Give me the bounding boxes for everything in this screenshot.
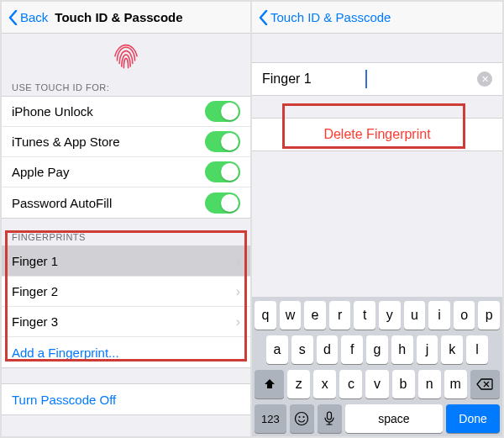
- key-space[interactable]: space: [345, 404, 443, 433]
- nav-bar: Touch ID & Passcode: [252, 2, 502, 34]
- svg-point-1: [299, 416, 301, 418]
- key-numbers[interactable]: 123: [255, 404, 286, 433]
- row-label: Add a Fingerprint...: [12, 346, 119, 360]
- touch-id-settings-pane: Back Touch ID & Passcode USE TOUCH ID FO…: [2, 2, 252, 436]
- key-c[interactable]: c: [339, 370, 362, 398]
- delete-fingerprint-label: Delete Fingerprint: [323, 127, 430, 142]
- key-w[interactable]: w: [280, 301, 302, 330]
- fingerprints-group: Finger 1 › Finger 2 › Finger 3 › Add a F…: [2, 245, 250, 368]
- keyboard-row-2: a s d f g h j k l: [255, 335, 500, 364]
- nav-title: Touch ID & Passcode: [55, 10, 182, 24]
- key-g[interactable]: g: [366, 335, 388, 364]
- row-add-fingerprint[interactable]: Add a Fingerprint...: [2, 337, 250, 367]
- clear-text-icon[interactable]: ✕: [477, 71, 492, 87]
- key-u[interactable]: u: [404, 301, 426, 330]
- passcode-group: Turn Passcode Off: [2, 383, 250, 415]
- row-apple-pay[interactable]: Apple Pay: [2, 157, 250, 187]
- chevron-right-icon: ›: [229, 284, 240, 299]
- chevron-right-icon: ›: [229, 254, 240, 269]
- chevron-right-icon: ›: [229, 314, 240, 330]
- text-cursor: [365, 70, 367, 88]
- row-label: iTunes & App Store: [12, 135, 120, 149]
- keyboard-row-1: q w e r t y u i o p: [255, 301, 500, 330]
- keyboard-row-4: 123 space Done: [255, 404, 500, 433]
- key-i[interactable]: i: [428, 301, 450, 330]
- row-label: Turn Passcode Off: [12, 393, 116, 407]
- nav-bar: Back Touch ID & Passcode: [2, 2, 250, 34]
- key-shift[interactable]: [255, 370, 284, 398]
- toggle-apple-pay[interactable]: [205, 161, 240, 182]
- microphone-icon: [324, 411, 334, 426]
- back-button[interactable]: Back: [20, 10, 48, 24]
- key-r[interactable]: r: [329, 301, 351, 330]
- row-password-autofill[interactable]: Password AutoFill: [2, 187, 250, 218]
- key-y[interactable]: y: [379, 301, 401, 330]
- key-o[interactable]: o: [454, 301, 475, 330]
- keyboard: q w e r t y u i o p a s d f g h j k l: [252, 297, 502, 436]
- key-l[interactable]: l: [466, 335, 488, 364]
- key-x[interactable]: x: [313, 370, 336, 398]
- key-v[interactable]: v: [365, 370, 388, 398]
- row-label: Finger 1: [12, 254, 58, 268]
- key-t[interactable]: t: [354, 301, 375, 330]
- delete-fingerprint-row[interactable]: Delete Fingerprint: [252, 118, 502, 151]
- row-label: Password AutoFill: [12, 196, 112, 210]
- row-label: iPhone Unlock: [12, 104, 93, 119]
- chevron-left-icon[interactable]: [7, 10, 18, 25]
- key-d[interactable]: d: [317, 335, 339, 364]
- key-z[interactable]: z: [287, 370, 310, 398]
- row-label: Finger 2: [12, 284, 58, 298]
- key-k[interactable]: k: [441, 335, 463, 364]
- row-label: Apple Pay: [12, 165, 69, 179]
- key-j[interactable]: j: [417, 335, 438, 364]
- svg-rect-3: [328, 412, 332, 420]
- key-p[interactable]: p: [478, 301, 500, 330]
- row-finger-1[interactable]: Finger 1 ›: [2, 246, 250, 277]
- key-dictation[interactable]: [318, 404, 342, 433]
- backspace-icon: [476, 378, 493, 390]
- key-h[interactable]: h: [391, 335, 413, 364]
- touchid-uses-group: iPhone Unlock iTunes & App Store Apple P…: [2, 96, 250, 219]
- shift-icon: [263, 377, 276, 391]
- key-m[interactable]: m: [444, 370, 467, 398]
- row-finger-2[interactable]: Finger 2 ›: [2, 277, 250, 307]
- svg-point-0: [296, 413, 308, 425]
- key-f[interactable]: f: [341, 335, 363, 364]
- row-iphone-unlock[interactable]: iPhone Unlock: [2, 97, 250, 127]
- emoji-icon: [294, 411, 309, 426]
- row-label: Finger 3: [12, 314, 58, 329]
- key-a[interactable]: a: [266, 335, 288, 364]
- key-backspace[interactable]: [470, 370, 500, 398]
- chevron-left-icon[interactable]: [257, 10, 269, 25]
- key-s[interactable]: s: [291, 335, 313, 364]
- section-header-use-touchid: USE TOUCH ID FOR:: [2, 77, 250, 96]
- key-e[interactable]: e: [304, 301, 326, 330]
- toggle-password-autofill[interactable]: [205, 193, 240, 214]
- svg-point-2: [303, 416, 305, 418]
- fingerprint-icon: [108, 37, 144, 72]
- fingerprint-name-row[interactable]: Finger 1 ✕: [252, 62, 502, 96]
- key-n[interactable]: n: [418, 370, 441, 398]
- row-itunes-appstore[interactable]: iTunes & App Store: [2, 127, 250, 157]
- row-finger-3[interactable]: Finger 3 ›: [2, 307, 250, 337]
- key-b[interactable]: b: [392, 370, 415, 398]
- key-emoji[interactable]: [290, 404, 314, 433]
- key-q[interactable]: q: [255, 301, 276, 330]
- key-done[interactable]: Done: [446, 404, 500, 433]
- fingerprint-detail-pane: Touch ID & Passcode Finger 1 ✕ Delete Fi…: [252, 2, 502, 436]
- section-header-fingerprints: FINGERPRINTS: [2, 227, 250, 245]
- keyboard-row-3: z x c v b n m: [255, 370, 500, 398]
- row-turn-passcode-off[interactable]: Turn Passcode Off: [2, 384, 250, 414]
- toggle-itunes-appstore[interactable]: [205, 131, 240, 152]
- back-button[interactable]: Touch ID & Passcode: [270, 10, 391, 24]
- fingerprint-name-input[interactable]: Finger 1: [262, 71, 359, 87]
- fingerprint-graphic: [2, 34, 250, 77]
- toggle-iphone-unlock[interactable]: [205, 101, 240, 122]
